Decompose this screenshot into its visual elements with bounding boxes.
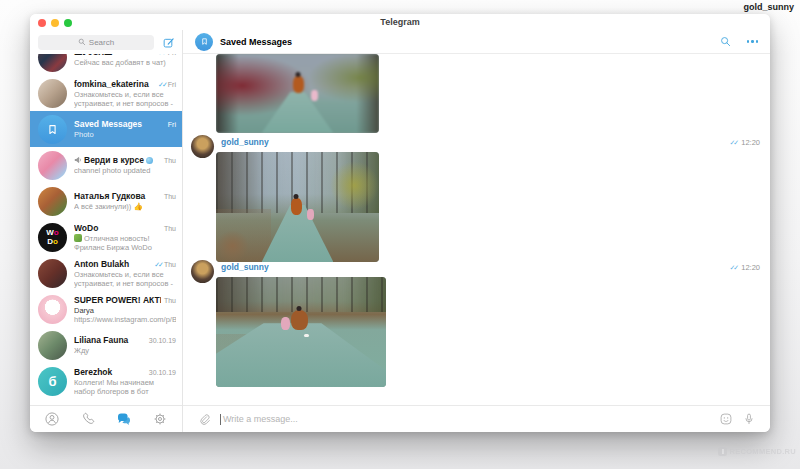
sender-avatar[interactable] bbox=[191, 260, 214, 283]
photo-message[interactable] bbox=[216, 277, 386, 387]
photo-crouching-hug bbox=[216, 277, 386, 387]
search-placeholder: Search bbox=[89, 38, 114, 47]
chat-time: Fri bbox=[158, 81, 176, 89]
text-caret bbox=[220, 414, 221, 425]
contacts-person-icon bbox=[44, 411, 60, 427]
tab-calls[interactable] bbox=[78, 409, 98, 429]
chat-time: Thu bbox=[164, 297, 176, 304]
sidebar-item-berezhok[interactable]: б Berezhok 30.10.19 Коллеги! Мы начинаем… bbox=[30, 363, 182, 399]
double-check-icon bbox=[158, 81, 166, 88]
avatar bbox=[38, 151, 67, 180]
watermark-icon: I bbox=[718, 447, 727, 456]
gear-icon bbox=[152, 411, 168, 427]
chat-preview: Photo bbox=[74, 130, 176, 139]
sidebar-item-super-power[interactable]: SUPER POWER! АКТИВ! Thu Daryahttps://www… bbox=[30, 291, 182, 327]
chat-title: Saved Messages bbox=[220, 37, 713, 47]
message-meta-row: gold_sunny 12:20 bbox=[183, 260, 770, 276]
saved-messages-avatar bbox=[38, 115, 67, 144]
message-meta-row: gold_sunny 12:20 bbox=[183, 135, 770, 151]
compose-button[interactable] bbox=[160, 34, 176, 50]
message-input[interactable]: Write a message... bbox=[220, 414, 710, 425]
photo-autumn-walk-blurred bbox=[216, 54, 379, 133]
photo-message[interactable] bbox=[216, 152, 379, 262]
double-check-icon bbox=[729, 264, 737, 272]
sidebar-item-saved-messages[interactable]: Saved Messages Fri Photo bbox=[30, 111, 182, 147]
chat-time: Thu bbox=[164, 157, 176, 164]
chat-preview: Daryahttps://www.instagram.com/p/B4... bbox=[74, 306, 176, 324]
sender-avatar[interactable] bbox=[191, 135, 214, 158]
emoji-smiley-icon[interactable] bbox=[719, 412, 733, 426]
globe-emoji-icon bbox=[146, 157, 153, 164]
chat-preview: Ознакомьтесь и, если все устраивает, и н… bbox=[74, 270, 176, 288]
avatar bbox=[38, 259, 67, 288]
avatar bbox=[38, 187, 67, 216]
chat-preview: Отличная новость! Фриланс Биржа WoDo теп… bbox=[74, 234, 176, 252]
double-check-icon bbox=[729, 139, 737, 147]
chat-name: Верди в курсе bbox=[74, 155, 161, 165]
message-input-bar: Write a message... bbox=[183, 405, 770, 432]
message-history[interactable]: gold_sunny 12:20 bbox=[183, 54, 770, 405]
search-icon bbox=[720, 36, 731, 47]
compose-icon bbox=[162, 36, 175, 49]
window-title: Telegram bbox=[30, 17, 770, 27]
desktop-background: gold_sunny Telegram Search bbox=[0, 0, 800, 469]
double-check-icon bbox=[158, 54, 166, 56]
chat-time: Fri bbox=[158, 54, 176, 57]
chat-list[interactable]: ШУ0СХШ Fri Сейчас вас добавят в чат) fom… bbox=[30, 54, 182, 405]
chat-time: 30.10.19 bbox=[149, 337, 176, 344]
chat-panel: Saved Messages bbox=[183, 30, 770, 432]
chat-name: Liliana Fauna bbox=[74, 335, 146, 345]
chat-time: Thu bbox=[154, 261, 176, 269]
message-photo-thumbnail bbox=[74, 234, 82, 242]
message-input-placeholder: Write a message... bbox=[223, 414, 298, 424]
search-icon bbox=[78, 38, 86, 46]
sidebar-item-natalya[interactable]: Наталья Гудкова Thu А всё закинули)) 👍 bbox=[30, 183, 182, 219]
sender-name[interactable]: gold_sunny bbox=[221, 262, 269, 272]
chat-time: 30.10.19 bbox=[149, 369, 176, 376]
message-status: 12:20 bbox=[729, 138, 760, 147]
sidebar-item-anton[interactable]: Anton Bulakh Thu Ознакомьтесь и, если вс… bbox=[30, 255, 182, 291]
chat-name: WoDo bbox=[74, 223, 161, 233]
chat-preview: Коллеги! Мы начинаем набор блогеров в бо… bbox=[74, 378, 176, 396]
message-status: 12:20 bbox=[729, 263, 760, 272]
phone-icon bbox=[80, 411, 96, 427]
sender-name[interactable]: gold_sunny bbox=[221, 137, 269, 147]
chat-header[interactable]: Saved Messages bbox=[183, 30, 770, 54]
chat-menu-button[interactable] bbox=[747, 40, 759, 43]
chat-time: Thu bbox=[164, 193, 176, 200]
window-titlebar[interactable]: Telegram bbox=[30, 14, 770, 30]
sidebar-tabbar bbox=[30, 405, 182, 432]
photo-autumn-path bbox=[216, 152, 379, 262]
chat-name: Berezhok bbox=[74, 367, 146, 377]
chat-preview: А всё закинули)) 👍 bbox=[74, 202, 176, 211]
tab-chats[interactable] bbox=[114, 409, 134, 429]
watermark-badge: I RECOMMEND.RU bbox=[718, 447, 796, 456]
chat-name: fomkina_ekaterina bbox=[74, 79, 155, 89]
channel-megaphone-icon bbox=[74, 156, 82, 164]
saved-messages-header-avatar bbox=[195, 33, 213, 51]
avatar bbox=[38, 295, 67, 324]
sidebar-item-liliana[interactable]: Liliana Fauna 30.10.19 Жду bbox=[30, 327, 182, 363]
watermark-text: RECOMMEND.RU bbox=[729, 447, 796, 456]
chat-preview: channel photo updated bbox=[74, 166, 176, 175]
message-time: 12:20 bbox=[741, 263, 760, 272]
sidebar-item-verdi-channel[interactable]: Верди в курсе Thu channel photo updated bbox=[30, 147, 182, 183]
chat-time: Fri bbox=[168, 121, 176, 128]
sidebar-item-wodo[interactable]: Wo Do WoDo Thu Отличная новость! Фриланс… bbox=[30, 219, 182, 255]
sidebar-item-fomkina[interactable]: fomkina_ekaterina Fri Ознакомьтесь и, ес… bbox=[30, 75, 182, 111]
microphone-icon[interactable] bbox=[742, 412, 756, 426]
chat-name: SUPER POWER! АКТИВ! bbox=[74, 295, 161, 305]
paperclip-icon[interactable] bbox=[197, 412, 211, 426]
chat-name: Saved Messages bbox=[74, 119, 165, 129]
avatar bbox=[38, 79, 67, 108]
chat-name: Наталья Гудкова bbox=[74, 191, 161, 201]
chat-bubbles-icon bbox=[116, 411, 132, 427]
avatar bbox=[38, 331, 67, 360]
chat-search-button[interactable] bbox=[720, 33, 731, 51]
search-input[interactable]: Search bbox=[38, 35, 154, 50]
tab-contacts[interactable] bbox=[42, 409, 62, 429]
photo-message[interactable] bbox=[216, 54, 379, 133]
tab-settings[interactable] bbox=[150, 409, 170, 429]
sidebar: Search ШУ0СХШ Fri Сейчас вас добавят в ч… bbox=[30, 30, 183, 432]
sidebar-item-chat[interactable]: ШУ0СХШ Fri Сейчас вас добавят в чат) bbox=[30, 54, 182, 75]
